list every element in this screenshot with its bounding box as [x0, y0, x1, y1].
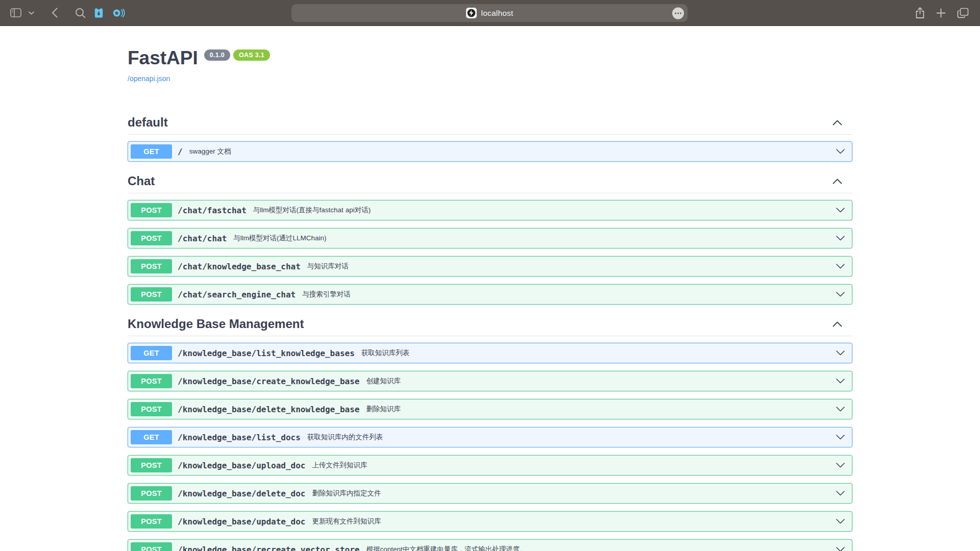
operation-description: 根据content中文档重建向量库，流式输出处理进度。 — [366, 545, 836, 551]
operation-row[interactable]: POST/chat/search_engine_chat与搜索引擎对话 — [128, 284, 852, 305]
tag-title: Knowledge Base Management — [128, 317, 304, 331]
expand-chevron-down-icon[interactable] — [836, 379, 845, 384]
expand-chevron-down-icon[interactable] — [836, 435, 845, 440]
expand-chevron-down-icon[interactable] — [836, 208, 845, 213]
expand-chevron-down-icon[interactable] — [836, 547, 845, 551]
operation-description: 上传文件到知识库 — [312, 461, 836, 470]
version-badge: 0.1.0 — [204, 49, 230, 61]
tag-header-knowledge-base-management[interactable]: Knowledge Base Management — [128, 312, 852, 336]
api-sections: defaultGET/swagger 文档ChatPOST/chat/fastc… — [128, 111, 852, 551]
operation-path: /chat/fastchat — [178, 206, 247, 215]
method-badge: POST — [131, 374, 172, 388]
operation-path: /knowledge_base/delete_knowledge_base — [178, 405, 359, 414]
operation-description: 更新现有文件到知识库 — [312, 517, 836, 526]
method-badge: GET — [131, 346, 172, 360]
operation-row[interactable]: POST/knowledge_base/upload_doc上传文件到知识库 — [128, 455, 852, 475]
operation-path: /chat/knowledge_base_chat — [178, 262, 301, 271]
expand-chevron-down-icon[interactable] — [836, 292, 845, 297]
page-title: FastAPI 0.1.0 OAS 3.1 — [128, 47, 852, 69]
tag-title: Chat — [128, 174, 155, 188]
operation-path: /knowledge_base/create_knowledge_base — [178, 377, 359, 386]
operation-row[interactable]: POST/knowledge_base/delete_doc删除知识库内指定文件 — [128, 483, 852, 504]
method-badge: POST — [131, 231, 172, 245]
share-icon[interactable] — [915, 7, 925, 19]
operation-description: 与知识库对话 — [307, 262, 836, 271]
oas-badge: OAS 3.1 — [233, 49, 270, 61]
operation-row[interactable]: GET/knowledge_base/list_docs获取知识库内的文件列表 — [128, 427, 852, 447]
sidebar-icon[interactable] — [10, 8, 21, 17]
operation-row[interactable]: POST/chat/fastchat与llm模型对话(直接与fastchat a… — [128, 200, 852, 220]
operation-description: 获取知识库内的文件列表 — [307, 433, 836, 442]
operation-row[interactable]: GET/knowledge_base/list_knowledge_bases获… — [128, 343, 852, 363]
expand-chevron-down-icon[interactable] — [836, 350, 845, 356]
operation-path: /knowledge_base/list_knowledge_bases — [178, 348, 355, 358]
collapse-chevron-up-icon[interactable] — [832, 120, 842, 126]
operation-row[interactable]: POST/knowledge_base/delete_knowledge_bas… — [128, 399, 852, 419]
expand-chevron-down-icon[interactable] — [836, 519, 845, 524]
method-badge: POST — [131, 287, 172, 302]
operation-row[interactable]: GET/swagger 文档 — [128, 141, 852, 162]
operation-description: 与llm模型对话(直接与fastchat api对话) — [253, 206, 836, 215]
operation-row[interactable]: POST/knowledge_base/update_doc更新现有文件到知识库 — [128, 511, 852, 532]
expand-chevron-down-icon[interactable] — [836, 236, 845, 241]
operation-description: 创建知识库 — [366, 377, 836, 386]
operation-path: /knowledge_base/update_doc — [178, 517, 305, 527]
tag-section: Knowledge Base ManagementGET/knowledge_b… — [128, 312, 852, 551]
expand-chevron-down-icon[interactable] — [836, 264, 845, 269]
url-text: localhost — [481, 9, 513, 18]
expand-chevron-down-icon[interactable] — [836, 149, 845, 154]
method-badge: GET — [131, 430, 172, 444]
tag-title: default — [128, 115, 168, 130]
operation-path: /knowledge_base/upload_doc — [178, 461, 305, 470]
fastapi-favicon — [466, 8, 477, 18]
operation-row[interactable]: POST/knowledge_base/recreate_vector_stor… — [128, 539, 852, 551]
openapi-spec-link[interactable]: /openapi.json — [128, 74, 170, 83]
tag-section: ChatPOST/chat/fastchat与llm模型对话(直接与fastch… — [128, 169, 852, 305]
method-badge: POST — [131, 458, 172, 472]
page-settings-icon[interactable] — [672, 7, 684, 19]
collapse-chevron-up-icon[interactable] — [832, 321, 842, 327]
operation-description: 删除知识库 — [366, 405, 836, 414]
new-tab-icon[interactable] — [936, 8, 946, 18]
tag-section: defaultGET/swagger 文档 — [128, 111, 852, 162]
address-bar[interactable]: localhost — [291, 4, 688, 22]
api-info: FastAPI 0.1.0 OAS 3.1 /openapi.json — [128, 47, 852, 83]
method-badge: POST — [131, 259, 172, 273]
tag-header-default[interactable]: default — [128, 111, 852, 135]
operation-path: /knowledge_base/recreate_vector_store — [178, 545, 359, 551]
expand-chevron-down-icon[interactable] — [836, 407, 845, 412]
search-icon[interactable] — [75, 8, 86, 18]
operation-path: / — [178, 147, 183, 157]
operation-row[interactable]: POST/chat/knowledge_base_chat与知识库对话 — [128, 256, 852, 277]
operation-path: /knowledge_base/delete_doc — [178, 489, 305, 498]
operation-path: /knowledge_base/list_docs — [178, 433, 301, 442]
method-badge: POST — [131, 203, 172, 217]
operation-description: 与llm模型对话(通过LLMChain) — [233, 234, 836, 243]
browser-toolbar: localhost — [0, 0, 980, 26]
method-badge: POST — [131, 514, 172, 529]
collapse-chevron-up-icon[interactable] — [832, 179, 842, 184]
operation-description: 获取知识库列表 — [361, 348, 836, 358]
swagger-page: FastAPI 0.1.0 OAS 3.1 /openapi.json defa… — [0, 26, 980, 551]
method-badge: POST — [131, 542, 172, 551]
expand-chevron-down-icon[interactable] — [836, 491, 845, 496]
operation-description: 与搜索引擎对话 — [302, 290, 836, 299]
operation-row[interactable]: POST/knowledge_base/create_knowledge_bas… — [128, 371, 852, 391]
tab-group-chevron-icon[interactable] — [29, 11, 34, 15]
back-icon[interactable] — [52, 8, 58, 18]
method-badge: POST — [131, 402, 172, 416]
operation-row[interactable]: POST/chat/chat与llm模型对话(通过LLMChain) — [128, 228, 852, 248]
method-badge: GET — [131, 144, 172, 159]
method-badge: POST — [131, 486, 172, 500]
operation-path: /chat/search_engine_chat — [178, 290, 296, 299]
tab-overview-icon[interactable] — [957, 8, 969, 18]
operation-description: swagger 文档 — [189, 147, 836, 156]
operation-description: 删除知识库内指定文件 — [312, 489, 836, 498]
tag-header-chat[interactable]: Chat — [128, 169, 852, 193]
expand-chevron-down-icon[interactable] — [836, 463, 845, 468]
operation-path: /chat/chat — [178, 234, 227, 243]
extension-bookmark-icon[interactable] — [93, 7, 105, 19]
api-title-text: FastAPI — [128, 47, 198, 69]
extension-broadcast-icon[interactable] — [112, 7, 126, 19]
